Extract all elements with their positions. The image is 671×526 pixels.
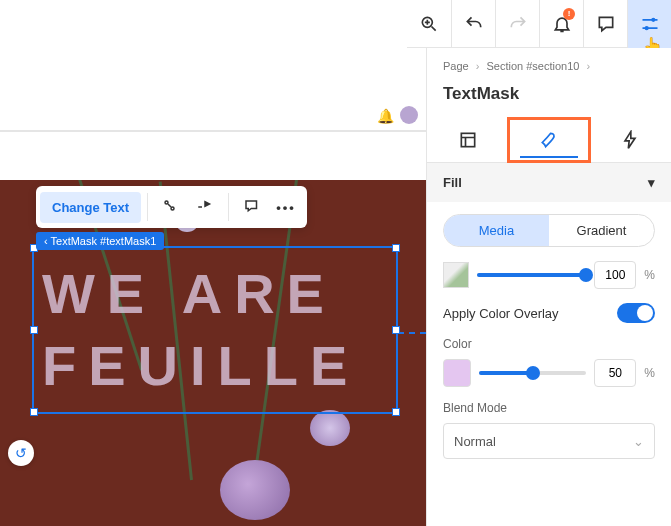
fill-header-label: Fill — [443, 175, 462, 190]
svg-point-1 — [651, 17, 655, 21]
color-label: Color — [443, 337, 655, 351]
notification-badge: ! — [563, 8, 575, 20]
element-toolbar: Change Text ••• — [36, 186, 307, 228]
fill-gradient-button[interactable]: Gradient — [549, 215, 654, 246]
breadcrumb: Page › Section #section10 › — [427, 48, 671, 80]
resize-handle[interactable] — [30, 326, 38, 334]
chevron-down-icon: ⌄ — [633, 434, 644, 449]
change-text-button[interactable]: Change Text — [40, 192, 141, 223]
resize-handle[interactable] — [392, 326, 400, 334]
bell-icon: 🔔 — [377, 108, 394, 124]
link-button[interactable] — [188, 190, 222, 224]
crumb-page[interactable]: Page — [443, 60, 469, 72]
properties-panel-button[interactable] — [627, 0, 671, 48]
site-header-preview: 🔔 — [0, 48, 426, 132]
fill-type-segmented: Media Gradient — [443, 214, 655, 247]
divider — [228, 193, 229, 221]
resize-handle[interactable] — [30, 408, 38, 416]
overlay-label: Apply Color Overlay — [443, 306, 559, 321]
color-opacity-slider[interactable] — [479, 371, 586, 375]
zoom-button[interactable] — [407, 0, 451, 48]
panel-tabs — [427, 118, 671, 163]
color-swatch[interactable] — [443, 359, 471, 387]
svg-rect-5 — [461, 133, 474, 146]
percent-label: % — [644, 268, 655, 282]
color-opacity-input[interactable] — [594, 359, 636, 387]
fill-media-button[interactable]: Media — [444, 215, 549, 246]
media-opacity-slider[interactable] — [477, 273, 586, 277]
more-button[interactable]: ••• — [269, 190, 303, 224]
comments-button[interactable] — [583, 0, 627, 48]
divider — [147, 193, 148, 221]
tab-layout[interactable] — [427, 118, 508, 162]
animation-button[interactable] — [154, 190, 188, 224]
selection-box[interactable] — [32, 246, 398, 414]
percent-label: % — [644, 366, 655, 380]
editor-canvas[interactable]: 🔔 Change Text ••• TextMask #textMask1 WE… — [0, 48, 426, 526]
undo-button[interactable] — [451, 0, 495, 48]
media-thumbnail[interactable] — [443, 262, 469, 288]
media-opacity-input[interactable] — [594, 261, 636, 289]
resize-handle[interactable] — [392, 244, 400, 252]
guide-line — [398, 332, 426, 334]
blend-mode-value: Normal — [454, 434, 496, 449]
tab-design[interactable] — [508, 118, 589, 162]
chevron-right-icon: › — [476, 60, 480, 72]
svg-point-3 — [165, 201, 168, 204]
overlay-toggle[interactable] — [617, 303, 655, 323]
chevron-right-icon: › — [587, 60, 591, 72]
tab-interactions[interactable] — [590, 118, 671, 162]
caret-down-icon: ▾ — [648, 175, 655, 190]
blend-mode-label: Blend Mode — [443, 401, 655, 415]
flower-decor — [220, 460, 290, 520]
resize-handle[interactable] — [392, 408, 400, 416]
panel-title: TextMask — [427, 80, 671, 118]
fill-section-header[interactable]: Fill ▾ — [427, 163, 671, 202]
element-tag[interactable]: TextMask #textMask1 — [36, 232, 164, 250]
reset-button[interactable]: ↺ — [8, 440, 34, 466]
notifications-button[interactable]: ! — [539, 0, 583, 48]
crumb-section[interactable]: Section #section10 — [487, 60, 580, 72]
svg-point-4 — [171, 207, 174, 210]
blend-mode-select[interactable]: Normal ⌄ — [443, 423, 655, 459]
redo-button[interactable] — [495, 0, 539, 48]
comment-button[interactable] — [235, 190, 269, 224]
properties-panel: Page › Section #section10 › TextMask Fil… — [426, 48, 671, 526]
flower-decor — [310, 410, 350, 446]
svg-point-2 — [644, 26, 648, 30]
avatar — [400, 106, 418, 124]
